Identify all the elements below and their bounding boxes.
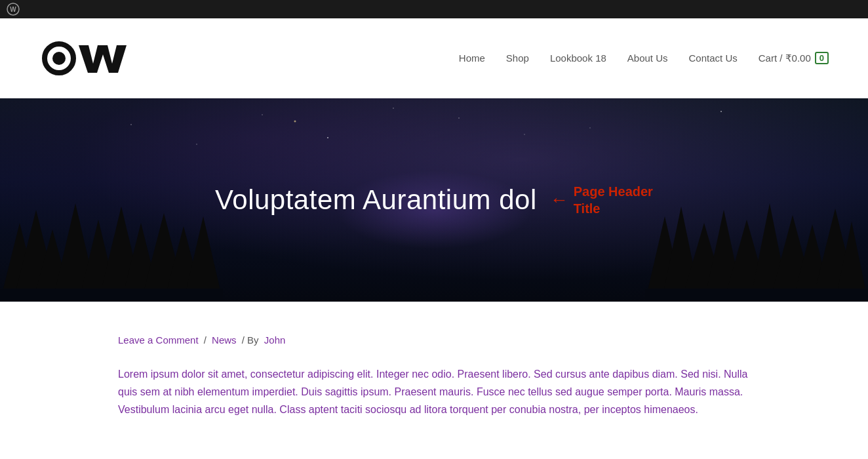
- meta-sep-1: /: [204, 334, 209, 346]
- annotation-label: Page Header Title: [574, 183, 653, 217]
- svg-marker-4: [79, 45, 127, 73]
- cart-label: Cart / ₹0.00: [759, 52, 811, 64]
- hero-section: Voluptatem Aurantium dol ← Page Header T…: [0, 98, 868, 302]
- author-link[interactable]: John: [264, 334, 286, 346]
- hero-content: Voluptatem Aurantium dol ← Page Header T…: [215, 183, 653, 217]
- leave-comment-link[interactable]: Leave a Comment: [118, 334, 199, 346]
- trees-left-decoration: [0, 170, 223, 302]
- svg-point-3: [52, 52, 66, 65]
- wordpress-icon: W: [7, 3, 20, 16]
- site-logo: [39, 39, 131, 78]
- logo-svg: [39, 39, 131, 78]
- content-area: Leave a Comment / News / By John Lorem i…: [0, 302, 868, 458]
- svg-rect-15: [0, 289, 223, 302]
- cart-link[interactable]: Cart / ₹0.00 0: [759, 52, 829, 64]
- meta-sep-2: / By: [242, 334, 262, 346]
- nav-shop[interactable]: Shop: [506, 52, 529, 64]
- left-arrow-icon: ←: [550, 190, 568, 210]
- page-header-title: Voluptatem Aurantium dol: [215, 184, 537, 216]
- nav-lookbook[interactable]: Lookbook 18: [550, 52, 606, 64]
- annotation-arrow: ← Page Header Title: [550, 183, 653, 217]
- category-link[interactable]: News: [212, 334, 237, 346]
- trees-right-decoration: [645, 170, 868, 302]
- cart-count: 0: [815, 52, 829, 64]
- nav-home[interactable]: Home: [459, 52, 485, 64]
- post-body: Lorem ipsum dolor sit amet, consectetur …: [118, 365, 760, 419]
- admin-bar: W: [0, 0, 868, 18]
- svg-rect-26: [645, 289, 868, 302]
- post-meta: Leave a Comment / News / By John: [118, 334, 816, 346]
- site-header: Home Shop Lookbook 18 About Us Contact U…: [0, 18, 868, 98]
- site-nav: Home Shop Lookbook 18 About Us Contact U…: [459, 52, 829, 64]
- svg-text:W: W: [10, 6, 16, 13]
- nav-contact[interactable]: Contact Us: [689, 52, 738, 64]
- nav-about[interactable]: About Us: [627, 52, 668, 64]
